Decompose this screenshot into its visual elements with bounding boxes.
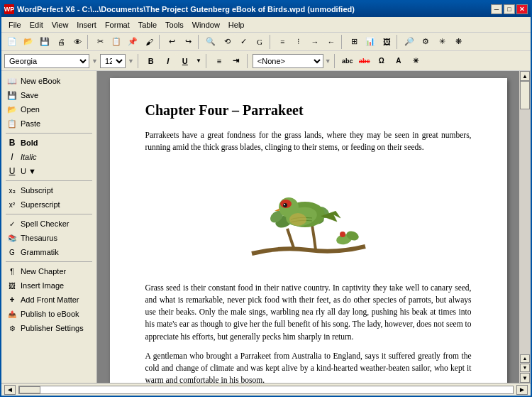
h-scroll-thumb[interactable]	[19, 386, 40, 393]
menu-table[interactable]: Table	[134, 19, 161, 31]
align-left[interactable]: ≡	[211, 54, 227, 68]
paste-button[interactable]: 📌	[125, 34, 140, 50]
close-button[interactable]: ✕	[516, 4, 528, 14]
outdent-button[interactable]: ←	[323, 34, 339, 50]
sidebar-item-subscript[interactable]: x₂ Subscript	[1, 183, 96, 197]
sidebar-item-spell-checker[interactable]: ✓ Spell Checker	[1, 217, 96, 231]
image-button[interactable]: 🖼	[379, 34, 394, 50]
table-insert[interactable]: ⊞	[346, 34, 362, 50]
menu-view[interactable]: View	[48, 19, 73, 31]
sidebar-item-publish-ebook[interactable]: 📤 Publish to eBook	[1, 307, 96, 321]
fmt-sep-2	[206, 54, 209, 68]
main-area: 📖 New eBook 💾 Save 📂 Open 📋 Paste B Bold	[1, 71, 531, 383]
symbol-button[interactable]: Ω	[374, 54, 389, 68]
menu-window[interactable]: Window	[188, 19, 224, 31]
style-selector[interactable]: <None>	[253, 54, 323, 68]
sidebar-sep-1	[6, 133, 92, 134]
more-button[interactable]: ✳	[434, 34, 450, 50]
document-area: Chapter Four – Parrakeet Parrakeets have…	[97, 71, 519, 383]
scroll-thumb[interactable]	[520, 81, 530, 109]
menu-tools[interactable]: Tools	[161, 19, 188, 31]
new-ebook-icon: 📖	[7, 76, 17, 86]
sidebar-label-thesaurus: Thesaurus	[21, 234, 57, 242]
font-size-selector[interactable]: 12	[100, 54, 126, 68]
menu-help[interactable]: Help	[224, 19, 249, 31]
underline-button[interactable]: U	[177, 54, 193, 68]
save-toolbar-button[interactable]: 💾	[37, 34, 52, 50]
new-button[interactable]: 📄	[4, 34, 20, 50]
num-list[interactable]: ⁝	[291, 34, 306, 50]
bullet-list[interactable]: ≡	[275, 34, 290, 50]
font-selector[interactable]: Georgia	[4, 54, 89, 68]
sidebar-label-bold: Bold	[21, 138, 38, 147]
window-title: WordPerfect X6 - C:\...\Documents\The Pr…	[17, 5, 491, 13]
sidebar-item-superscript[interactable]: x² Superscript	[1, 197, 96, 212]
scroll-up-button[interactable]: ▲	[520, 71, 530, 81]
sidebar-item-bold[interactable]: B Bold	[1, 136, 96, 150]
format-painter[interactable]: 🖌	[141, 34, 157, 50]
sidebar-item-open[interactable]: 📂 Open	[1, 102, 96, 116]
print-button[interactable]: 🖨	[53, 34, 69, 50]
undo-button[interactable]: ↩	[164, 34, 179, 50]
sidebar-item-new-ebook[interactable]: 📖 New eBook	[1, 74, 96, 88]
italic-button[interactable]: I	[160, 54, 176, 68]
indent-fmt[interactable]: ⇥	[228, 54, 244, 68]
menu-file[interactable]: File	[4, 19, 26, 31]
sidebar-item-save[interactable]: 💾 Save	[1, 88, 96, 102]
page-down-button[interactable]: ▼	[520, 364, 530, 372]
grammar-button[interactable]: G	[252, 34, 267, 50]
extra-button[interactable]: ❋	[450, 34, 466, 50]
sidebar-item-italic[interactable]: I Italic	[1, 150, 96, 164]
maximize-button[interactable]: □	[504, 4, 515, 14]
scroll-track[interactable]	[520, 81, 530, 354]
sidebar-item-insert-image[interactable]: 🖼 Insert Image	[1, 278, 96, 293]
spell-red-button[interactable]: abc	[357, 54, 372, 68]
horizontal-scroll-left[interactable]: ◄	[4, 385, 16, 395]
zoom-button[interactable]: 🔎	[401, 34, 417, 50]
print-preview-button[interactable]: 👁	[70, 34, 85, 50]
page-up-button[interactable]: ▲	[520, 354, 530, 363]
insert-image-icon: 🖼	[7, 281, 17, 290]
sidebar-label-paste: Paste	[21, 119, 40, 128]
sidebar-item-new-chapter[interactable]: ¶ New Chapter	[1, 264, 96, 278]
copy-button[interactable]: 📋	[109, 34, 124, 50]
sidebar-item-thesaurus[interactable]: 📚 Thesaurus	[1, 231, 96, 245]
color-button[interactable]: A	[391, 54, 406, 68]
minimize-button[interactable]: ─	[491, 4, 502, 14]
toolbar-sep-5	[341, 35, 344, 49]
redo-button[interactable]: ↪	[180, 34, 196, 50]
open-toolbar-button[interactable]: 📂	[21, 34, 36, 50]
menu-edit[interactable]: Edit	[26, 19, 48, 31]
find-button[interactable]: 🔍	[203, 34, 218, 50]
spell-fmt-button[interactable]: abc	[340, 54, 355, 68]
sidebar-label-underline: U ▼	[21, 167, 36, 175]
document-page[interactable]: Chapter Four – Parrakeet Parrakeets have…	[110, 78, 507, 383]
sidebar-item-publisher-settings[interactable]: ⚙ Publisher Settings	[1, 321, 96, 335]
settings-button[interactable]: ⚙	[418, 34, 433, 50]
sidebar-label-publish-ebook: Publish to eBook	[21, 310, 79, 318]
sidebar-item-paste[interactable]: 📋 Paste	[1, 116, 96, 131]
toolbar-sep-2	[159, 35, 162, 49]
status-bar: ◄ ►	[1, 383, 531, 396]
menu-format[interactable]: Format	[101, 19, 134, 31]
underline-dropdown[interactable]: ▼	[194, 54, 203, 68]
menu-insert[interactable]: Insert	[72, 19, 101, 31]
spell-button[interactable]: ✓	[235, 34, 251, 50]
sidebar-item-add-front-matter[interactable]: + Add Front Matter	[1, 293, 96, 307]
bold-button[interactable]: B	[143, 54, 159, 68]
sidebar-label-add-front-matter: Add Front Matter	[21, 295, 79, 304]
horizontal-scroll-right[interactable]: ►	[516, 385, 528, 395]
cut-button[interactable]: ✂	[92, 34, 108, 50]
sidebar-item-underline[interactable]: U U ▼	[1, 164, 96, 178]
indent-button[interactable]: →	[307, 34, 323, 50]
sidebar-item-grammatik[interactable]: G Grammatik	[1, 245, 96, 259]
replace-button[interactable]: ⟲	[219, 34, 235, 50]
publisher-settings-icon: ⚙	[7, 323, 17, 333]
scroll-down-button[interactable]: ▼	[520, 373, 530, 383]
fmt-sep-3	[247, 54, 250, 68]
sidebar-label-grammatik: Grammatik	[21, 248, 59, 256]
chart-button[interactable]: 📊	[362, 34, 378, 50]
horizontal-scrollbar[interactable]	[18, 386, 514, 394]
sidebar-sep-3	[6, 214, 92, 214]
more-fmt[interactable]: ✳	[408, 54, 423, 68]
